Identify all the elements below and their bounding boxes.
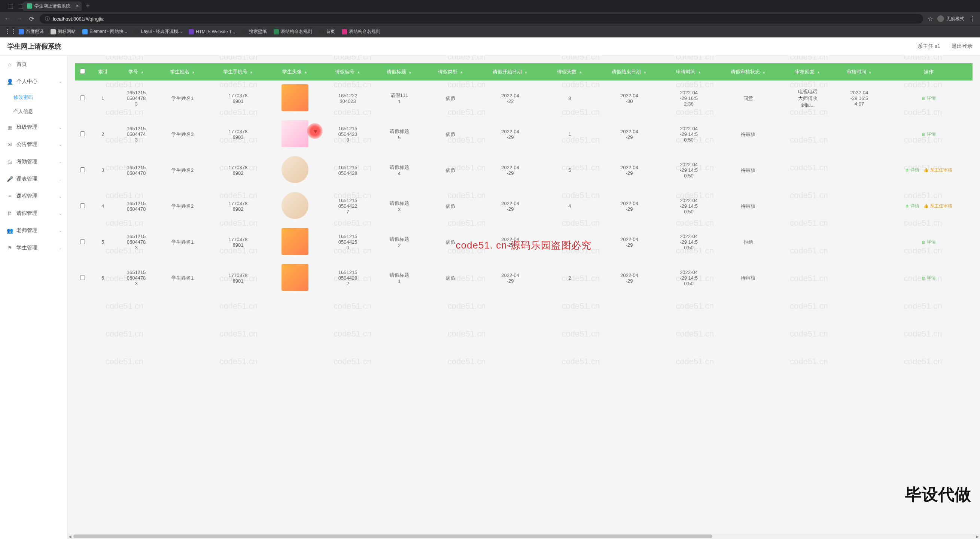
table-cell	[782, 116, 834, 152]
table-header-cell[interactable]: 审核时间 ▲	[834, 63, 885, 81]
row-checkbox[interactable]	[80, 131, 85, 136]
table-row: 2165121505044743学生姓名31770378690316512150…	[75, 116, 972, 152]
row-checkbox[interactable]	[80, 95, 85, 100]
student-avatar[interactable]	[282, 84, 309, 111]
tab-title: 学生网上请假系统	[35, 3, 70, 10]
browser-menu-button[interactable]: ⋮	[969, 15, 976, 22]
bookmark-item[interactable]: 图标网站	[51, 29, 76, 35]
bookmark-item[interactable]: HTML5 Website T...	[189, 29, 235, 35]
action-详情[interactable]: 🗎详情	[922, 131, 936, 137]
apps-icon[interactable]: ⋮⋮⋮	[5, 28, 12, 35]
student-avatar[interactable]	[282, 264, 309, 291]
tab-pin-icon[interactable]: ⬚	[8, 3, 13, 9]
table-header-cell[interactable]: 请假标题 ▲	[374, 63, 425, 81]
bookmark-item[interactable]: 首页	[319, 29, 335, 35]
incognito-icon	[937, 15, 944, 22]
action-详情[interactable]: 🗎详情	[905, 203, 920, 209]
site-info-icon[interactable]: ⓘ	[45, 15, 50, 22]
sort-icon[interactable]: ▲	[643, 70, 647, 74]
table-header-cell[interactable]: 操作	[885, 63, 972, 81]
sort-icon[interactable]: ▲	[868, 70, 872, 74]
url-bar[interactable]: ⓘ localhost:8081/#/qingjia	[40, 14, 923, 24]
table-header-cell[interactable]: 申请时间 ▲	[663, 63, 714, 81]
tab-pin2-icon[interactable]: ⬚	[18, 3, 23, 9]
sidebar-item[interactable]: 👥老师管理⌄	[0, 222, 67, 239]
action-详情[interactable]: 🗎详情	[922, 95, 936, 102]
incognito-indicator[interactable]: 无痕模式	[937, 15, 964, 22]
sort-icon[interactable]: ▲	[357, 70, 361, 74]
scrollbar-thumb[interactable]	[73, 534, 712, 538]
table-header-cell[interactable]: 索引	[90, 63, 116, 81]
sort-icon[interactable]: ▲	[579, 70, 582, 74]
table-header-cell[interactable]: 请假编号 ▲	[322, 63, 374, 81]
sidebar-item[interactable]: ▦班级管理⌄	[0, 119, 67, 136]
sidebar-item[interactable]: 👤个人中心⌄	[0, 73, 67, 90]
table-header-cell[interactable]: 学生姓名 ▲	[157, 63, 208, 81]
sort-icon[interactable]: ▲	[817, 70, 821, 74]
sort-icon[interactable]: ▲	[460, 70, 463, 74]
action-详情[interactable]: 🗎详情	[922, 239, 936, 245]
bookmark-item[interactable]: Element - 网站快...	[82, 29, 127, 35]
action-系主任审核[interactable]: 👍系主任审核	[923, 203, 952, 209]
back-button[interactable]: ←	[4, 15, 11, 22]
table-cell: 17703786902	[208, 152, 268, 188]
action-详情[interactable]: 🗎详情	[922, 275, 936, 281]
sidebar-subitem[interactable]: 个人信息	[0, 105, 67, 119]
bookmark-item[interactable]: 搜索壁纸	[242, 29, 267, 35]
sidebar-item[interactable]: ⚑学生管理⌄	[0, 239, 67, 256]
sidebar-subitem[interactable]: 修改密码	[0, 90, 67, 105]
table-cell: 请假标题2	[374, 224, 425, 260]
close-tab-icon[interactable]: ×	[76, 3, 79, 9]
sidebar-item[interactable]: 🎤课表管理⌄	[0, 170, 67, 188]
table-header-cell[interactable]: 学号 ▲	[116, 63, 157, 81]
table-header-cell[interactable]: 学生手机号 ▲	[208, 63, 268, 81]
row-checkbox[interactable]	[80, 275, 85, 280]
sort-icon[interactable]: ▲	[524, 70, 528, 74]
sort-icon[interactable]: ▲	[408, 70, 412, 74]
user-role-label[interactable]: 系主任 a1	[918, 43, 940, 50]
student-avatar[interactable]	[282, 192, 309, 219]
sidebar-item[interactable]: ≡课程管理⌄	[0, 188, 67, 205]
student-avatar[interactable]	[282, 156, 309, 183]
forward-button[interactable]: →	[16, 15, 23, 22]
sort-icon[interactable]: ▲	[304, 70, 308, 74]
action-系主任审核[interactable]: 👍系主任审核	[923, 167, 952, 173]
student-avatar[interactable]	[282, 228, 309, 255]
sidebar-item[interactable]: ⌂首页	[0, 56, 67, 73]
sidebar-item[interactable]: 🗂考勤管理⌄	[0, 153, 67, 170]
row-checkbox[interactable]	[80, 167, 85, 172]
sidebar-item[interactable]: 🗎请假管理⌄	[0, 205, 67, 222]
new-tab-button[interactable]: +	[82, 2, 95, 10]
table-header-cell[interactable]: 请假审核状态 ▲	[714, 63, 782, 81]
bookmark-item[interactable]: 表结构命名规则	[342, 29, 380, 35]
logout-link[interactable]: 退出登录	[951, 43, 972, 50]
table-header-cell[interactable]: 学生头像 ▲	[268, 63, 322, 81]
bookmark-item[interactable]: 百度翻译	[19, 29, 44, 35]
scroll-right-icon[interactable]: ▶	[975, 534, 980, 539]
row-checkbox[interactable]	[80, 203, 85, 208]
table-header-cell[interactable]: 审核回复 ▲	[782, 63, 834, 81]
select-all-checkbox[interactable]	[80, 68, 85, 74]
browser-tab[interactable]: 学生网上请假系统 ×	[23, 2, 82, 11]
action-详情[interactable]: 🗎详情	[905, 167, 920, 173]
student-avatar[interactable]	[282, 120, 309, 147]
table-header-cell[interactable]: 请假结束日期 ▲	[595, 63, 663, 81]
bookmark-item[interactable]: Layui - 经典开源模...	[134, 29, 182, 35]
bookmark-item[interactable]: 表结构命名规则	[274, 29, 312, 35]
sort-icon[interactable]: ▲	[698, 70, 702, 74]
sort-icon[interactable]: ▲	[140, 70, 144, 74]
bookmark-star-icon[interactable]: ☆	[928, 15, 933, 22]
table-header-cell[interactable]: 请假天数 ▲	[544, 63, 595, 81]
scroll-left-icon[interactable]: ◀	[67, 534, 73, 539]
table-cell: 待审核	[714, 116, 782, 152]
reload-button[interactable]: ⟳	[28, 15, 35, 22]
horizontal-scrollbar[interactable]: ◀ ▶	[67, 534, 980, 539]
table-header-cell[interactable]	[75, 63, 90, 81]
row-checkbox[interactable]	[80, 239, 85, 244]
table-header-cell[interactable]: 请假类型 ▲	[425, 63, 477, 81]
sort-icon[interactable]: ▲	[192, 70, 196, 74]
sidebar-item[interactable]: ✉公告管理⌄	[0, 136, 67, 153]
sort-icon[interactable]: ▲	[762, 70, 766, 74]
sort-icon[interactable]: ▲	[249, 70, 253, 74]
table-header-cell[interactable]: 请假开始日期 ▲	[477, 63, 544, 81]
